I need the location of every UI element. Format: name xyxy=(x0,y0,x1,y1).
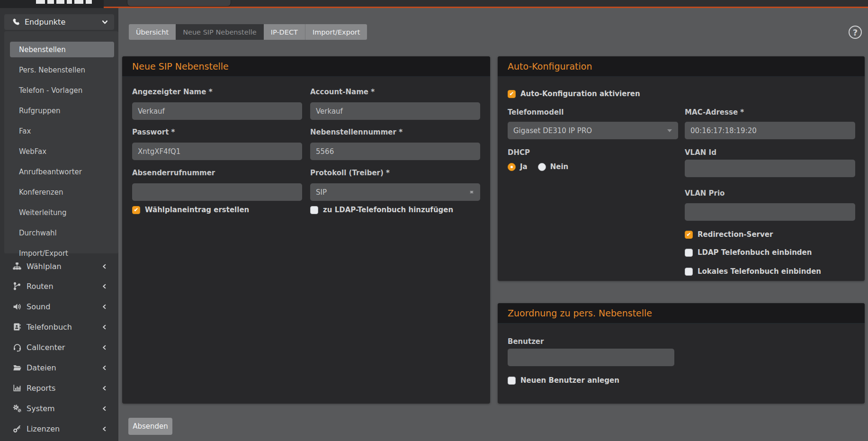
phone-model-select-value: Gigaset DE310 IP PRO xyxy=(513,126,592,135)
sidebar-item-weiterleitung[interactable]: Weiterleitung xyxy=(10,205,114,220)
sidebar-group-label: Reports xyxy=(27,384,55,393)
display-name-input[interactable] xyxy=(132,102,302,120)
sidebar-item-konferenzen[interactable]: Konferenzen xyxy=(10,184,114,200)
search-input[interactable] xyxy=(127,0,231,7)
checkbox-unchecked-icon xyxy=(685,268,693,276)
sidebar-item-pers-nebenstellen[interactable]: Pers. Nebenstellen xyxy=(10,62,114,78)
chevron-left-icon xyxy=(102,365,107,370)
branch-icon xyxy=(12,282,22,290)
checkbox-checked-icon xyxy=(508,90,516,98)
protocol-select-value: SIP xyxy=(316,188,327,197)
sidebar-item-telefon-vorlagen[interactable]: Telefon - Vorlagen xyxy=(10,82,114,98)
radio-label-nein: Nein xyxy=(550,162,569,171)
phone-icon xyxy=(12,18,20,26)
brand-logo xyxy=(36,0,92,4)
sidebar-group-system[interactable]: System xyxy=(4,400,114,416)
address-book-icon xyxy=(12,323,22,331)
sitemap-icon xyxy=(12,262,22,270)
sidebar-group-label: Routen xyxy=(27,282,54,291)
logo-zone xyxy=(0,0,104,8)
checkbox-unchecked-icon xyxy=(508,377,516,385)
checkbox-label: Neuen Benutzer anlegen xyxy=(520,376,619,385)
local-phonebook-checkbox[interactable]: Lokales Telefonbuch einbinden xyxy=(685,267,821,276)
checkbox-unchecked-icon xyxy=(685,249,693,257)
chevron-down-icon xyxy=(102,19,108,25)
headset-icon xyxy=(12,343,22,352)
field-label-account-name: Account-Name * xyxy=(310,88,375,96)
protocol-select[interactable]: SIP xyxy=(310,183,480,201)
dhcp-ja-radio[interactable] xyxy=(508,163,516,171)
new-user-checkbox[interactable]: Neuen Benutzer anlegen xyxy=(508,376,619,385)
field-label-vlan-id: VLAN Id xyxy=(685,148,716,157)
tab-bar: Übersicht Neue SIP Nebenstelle IP-DECT I… xyxy=(129,24,367,40)
sidebar-group-label: Sound xyxy=(27,302,50,311)
field-label-absenderrufnummer: Absenderrufnummer xyxy=(132,169,215,177)
sidebar-item-rufgruppen[interactable]: Rufgruppen xyxy=(10,103,114,118)
sidebar-item-fax[interactable]: Fax xyxy=(10,123,114,139)
checkbox-label: zu LDAP-Telefonbuch hinzufügen xyxy=(323,206,453,214)
field-label-angezeigter-name: Angezeigter Name * xyxy=(132,88,213,96)
submit-button[interactable]: Absenden xyxy=(128,418,172,435)
dialplan-entry-checkbox[interactable]: Wählplaneintrag erstellen xyxy=(132,206,249,214)
chevron-left-icon xyxy=(102,324,107,330)
extension-number-input[interactable] xyxy=(310,143,480,160)
sidebar-group-routen[interactable]: Routen xyxy=(4,278,114,294)
panel-neue-sip-nebenstelle: Neue SIP Nebenstelle Angezeigter Name * … xyxy=(122,56,490,404)
field-label-passwort: Passwort * xyxy=(132,128,175,136)
sidebar-group-label: Lizenzen xyxy=(27,424,60,433)
field-label-benutzer: Benutzer xyxy=(508,337,544,346)
sidebar-group-label: Dateien xyxy=(27,363,56,372)
chevron-left-icon xyxy=(102,386,107,391)
caller-id-input[interactable] xyxy=(132,183,302,201)
redirection-server-checkbox[interactable]: Redirection-Server xyxy=(685,230,773,239)
tab-import-export[interactable]: Import/Export xyxy=(305,24,367,40)
sidebar-group-label: Telefonbuch xyxy=(27,323,72,332)
checkbox-label: Auto-Konfiguration aktivieren xyxy=(520,90,640,98)
sidebar-item-durchwahl[interactable]: Durchwahl xyxy=(10,225,114,241)
sidebar-item-nebenstellen[interactable]: Nebenstellen xyxy=(10,42,114,57)
sidebar-group-label: Endpunkte xyxy=(25,18,65,27)
sidebar-group-telefonbuch[interactable]: Telefonbuch xyxy=(4,319,114,335)
mac-address-input[interactable] xyxy=(685,122,855,139)
tab-neue-sip-nebenstelle[interactable]: Neue SIP Nebenstelle xyxy=(176,24,264,40)
ldap-add-checkbox[interactable]: zu LDAP-Telefonbuch hinzufügen xyxy=(310,206,453,214)
help-icon[interactable]: ? xyxy=(849,26,862,39)
account-name-input[interactable] xyxy=(310,102,480,120)
phone-model-select[interactable]: Gigaset DE310 IP PRO xyxy=(508,122,678,139)
chevron-left-icon xyxy=(102,406,107,411)
sidebar: Endpunkte Nebenstellen Pers. Nebenstelle… xyxy=(0,8,118,441)
autoconfig-enable-checkbox[interactable]: Auto-Konfiguration aktivieren xyxy=(508,90,640,98)
chevron-left-icon xyxy=(102,284,107,289)
vlan-id-input[interactable] xyxy=(685,160,855,177)
sidebar-group-endpunkte[interactable]: Endpunkte xyxy=(4,14,114,30)
field-label-nebenstellennummer: Nebenstellennummer * xyxy=(310,128,403,136)
sidebar-group-waehlplan[interactable]: Wählplan xyxy=(4,258,114,274)
chevron-left-icon xyxy=(102,304,107,309)
ldap-phonebook-checkbox[interactable]: LDAP Telefonbuch einbinden xyxy=(685,248,812,257)
sidebar-item-anrufbeantworter[interactable]: Anrufbeantworter xyxy=(10,164,114,180)
tab-ip-dect[interactable]: IP-DECT xyxy=(264,24,305,40)
password-input[interactable] xyxy=(132,143,302,160)
sidebar-submenu: Nebenstellen Pers. Nebenstellen Telefon … xyxy=(4,31,118,253)
vlan-prio-input[interactable] xyxy=(685,203,855,221)
user-input[interactable] xyxy=(508,349,674,366)
panel-zuordnung: Zuordnung zu pers. Nebenstelle Benutzer … xyxy=(498,303,865,404)
checkbox-label: LDAP Telefonbuch einbinden xyxy=(698,248,812,257)
field-label-telefonmodell: Telefonmodell xyxy=(508,108,564,117)
chevron-left-icon xyxy=(102,264,107,269)
sidebar-group-reports[interactable]: Reports xyxy=(4,380,114,396)
checkbox-label: Wählplaneintrag erstellen xyxy=(145,206,249,214)
field-label-vlan-prio: VLAN Prio xyxy=(685,189,725,198)
dhcp-nein-radio[interactable] xyxy=(538,163,546,171)
sidebar-group-dateien[interactable]: Dateien xyxy=(4,360,114,376)
bar-chart-icon xyxy=(12,384,22,392)
sidebar-group-callcenter[interactable]: Callcenter xyxy=(4,339,114,355)
sidebar-item-webfax[interactable]: WebFax xyxy=(10,144,114,159)
checkbox-checked-icon xyxy=(685,231,693,239)
volume-icon xyxy=(12,302,22,311)
panel-auto-konfiguration: Auto-Konfiguration Auto-Konfiguration ak… xyxy=(498,56,865,281)
sidebar-group-lizenzen[interactable]: Lizenzen xyxy=(4,421,114,437)
sidebar-group-sound[interactable]: Sound xyxy=(4,298,114,315)
tab-uebersicht[interactable]: Übersicht xyxy=(129,24,176,40)
sidebar-group-label: Wählplan xyxy=(27,262,62,271)
